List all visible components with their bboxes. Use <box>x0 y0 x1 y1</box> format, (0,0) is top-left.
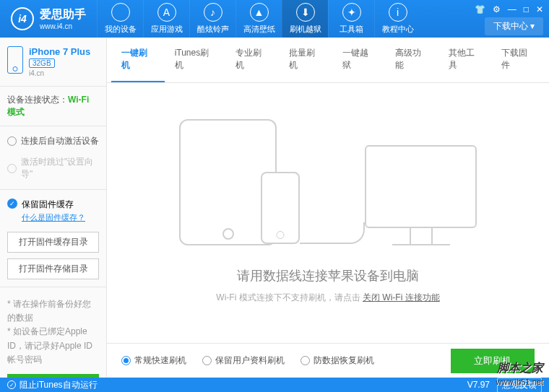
firmware-help-link[interactable]: 什么是固件缓存？ <box>22 212 85 223</box>
disable-wifi-link[interactable]: 关闭 Wi-Fi 连接功能 <box>363 292 440 302</box>
flash-tabs: 一键刷机 iTunes刷机 专业刷机 批量刷机 一键越狱 高级功能 其他工具 下… <box>107 38 549 83</box>
radio-icon <box>202 356 212 365</box>
keep-firmware-check[interactable]: ✓ 保留固件缓存 什么是固件缓存？ <box>7 199 99 223</box>
maximize-button[interactable]: □ <box>524 4 529 14</box>
open-cache-dir-button[interactable]: 打开固件缓存目录 <box>7 232 99 253</box>
logo-url: www.i4.cn <box>40 22 86 30</box>
window-controls: 👕 ⚙ — □ ✕ <box>475 4 543 14</box>
device-info: iPhone 7 Plus 32GB i4.cn <box>7 46 99 77</box>
apple-icon <box>111 3 130 22</box>
opt-anti-recovery-flash[interactable]: 防数据恢复刷机 <box>301 354 374 367</box>
nav-toolbox[interactable]: ✦工具箱 <box>328 0 374 38</box>
download-icon: ⬇ <box>296 3 315 22</box>
content-area: 请用数据线连接苹果设备到电脑 Wi-Fi 模式连接下不支持刷机，请点击 关闭 W… <box>107 83 549 326</box>
opt-normal-flash[interactable]: 常规快速刷机 <box>121 354 186 367</box>
check-icon: ✓ <box>7 199 17 209</box>
message-subtitle: Wi-Fi 模式连接下不支持刷机，请点击 关闭 Wi-Fi 连接功能 <box>136 292 520 304</box>
connection-status: 设备连接状态：Wi-Fi 模式 <box>7 94 99 118</box>
tab-other-tools[interactable]: 其他工具 <box>438 38 492 82</box>
tab-oneclick-flash[interactable]: 一键刷机 <box>111 38 165 82</box>
watermark-url: www.jb51.net <box>496 378 543 386</box>
radio-icon <box>7 164 17 173</box>
image-icon: ▲ <box>250 3 269 22</box>
main-nav: 我的设备 A应用游戏 ♪酷炫铃声 ▲高清壁纸 ⬇刷机越狱 ✦工具箱 i教程中心 <box>97 0 420 38</box>
auto-activate-radio[interactable]: 连接后自动激活设备 <box>7 135 99 147</box>
cable-icon <box>300 222 365 244</box>
main-panel: 一键刷机 iTunes刷机 专业刷机 批量刷机 一键越狱 高级功能 其他工具 下… <box>107 38 549 378</box>
sidebar: iPhone 7 Plus 32GB i4.cn 设备连接状态：Wi-Fi 模式… <box>0 38 107 378</box>
tab-advanced[interactable]: 高级功能 <box>385 38 438 82</box>
monitor-icon <box>365 145 477 245</box>
nav-ringtones[interactable]: ♪酷炫铃声 <box>189 0 235 38</box>
status-bar: ✓ 阻止iTunes自动运行 V7.97 意见反馈 <box>0 378 549 392</box>
app-logo: i4 爱思助手 www.i4.cn <box>0 7 97 30</box>
tab-oneclick-jailbreak[interactable]: 一键越狱 <box>332 38 386 82</box>
device-domain: i4.cn <box>29 69 90 77</box>
message-title: 请用数据线连接苹果设备到电脑 <box>136 267 520 284</box>
flash-options-bar: 常规快速刷机 保留用户资料刷机 防数据恢复刷机 立即刷机 <box>107 343 549 378</box>
download-center-button[interactable]: 下载中心 ▾ <box>485 17 543 35</box>
info-icon: i <box>389 3 407 22</box>
tab-pro-flash[interactable]: 专业刷机 <box>225 38 279 82</box>
sidebar-tips: * 请在操作前备份好您的数据 * 如设备已绑定Apple ID，请记录好Appl… <box>7 297 99 367</box>
opt-keep-data-flash[interactable]: 保留用户资料刷机 <box>202 354 285 367</box>
logo-title: 爱思助手 <box>40 7 86 22</box>
skin-icon[interactable]: 👕 <box>475 4 485 14</box>
tab-download-firmware[interactable]: 下载固件 <box>491 38 545 82</box>
block-itunes-toggle[interactable]: 阻止iTunes自动运行 <box>20 379 98 391</box>
storage-badge: 32GB <box>29 58 55 68</box>
logo-icon: i4 <box>11 7 34 30</box>
check-icon: ✓ <box>7 380 16 389</box>
nav-wallpapers[interactable]: ▲高清壁纸 <box>235 0 282 38</box>
appstore-icon: A <box>157 3 176 22</box>
nav-apps[interactable]: A应用游戏 <box>143 0 189 38</box>
nav-tutorials[interactable]: i教程中心 <box>374 0 420 38</box>
version-label: V7.97 <box>467 380 490 390</box>
tab-itunes-flash[interactable]: iTunes刷机 <box>165 38 226 82</box>
phone-icon <box>7 46 23 74</box>
watermark-name: 脚本之家 <box>497 361 543 376</box>
close-button[interactable]: ✕ <box>536 4 543 14</box>
connection-illustration <box>136 119 520 245</box>
bell-icon: ♪ <box>204 3 222 22</box>
phone-illus-icon <box>261 172 300 244</box>
minimize-button[interactable]: — <box>508 4 516 14</box>
radio-checked-icon <box>121 356 131 365</box>
open-storage-dir-button[interactable]: 打开固件存储目录 <box>7 258 99 279</box>
nav-flash[interactable]: ⬇刷机越狱 <box>282 0 328 38</box>
tools-icon: ✦ <box>342 3 361 22</box>
app-header: i4 爱思助手 www.i4.cn 我的设备 A应用游戏 ♪酷炫铃声 ▲高清壁纸… <box>0 0 549 38</box>
skip-setup-radio: 激活时跳过"设置向导" <box>7 156 99 180</box>
settings-icon[interactable]: ⚙ <box>493 4 501 14</box>
radio-icon <box>301 356 310 365</box>
tab-batch-flash[interactable]: 批量刷机 <box>279 38 332 82</box>
nav-my-device[interactable]: 我的设备 <box>97 0 143 38</box>
radio-icon <box>7 136 17 146</box>
device-name: iPhone 7 Plus <box>29 46 90 57</box>
